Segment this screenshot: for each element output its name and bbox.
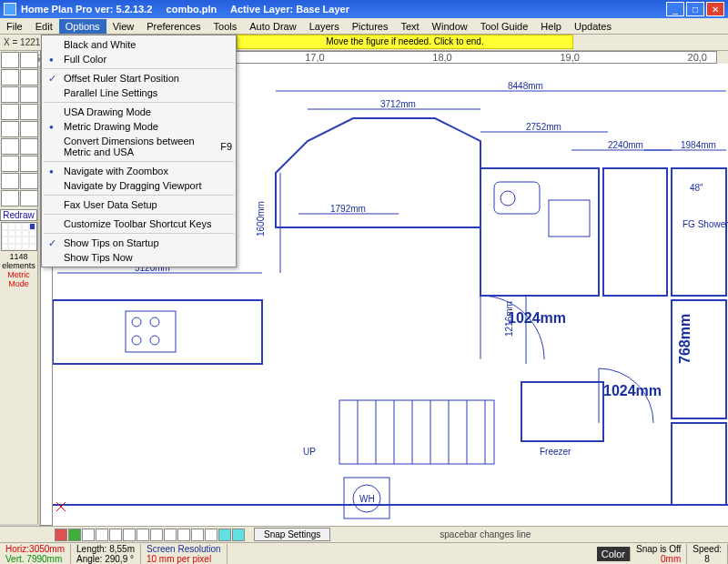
menu-text[interactable]: Text — [394, 19, 425, 34]
svg-text:2240mm: 2240mm — [608, 140, 643, 150]
snap-icon[interactable] — [164, 529, 177, 541]
svg-rect-11 — [603, 168, 667, 296]
select-tool-icon[interactable] — [1, 52, 19, 68]
color-palette[interactable] — [1, 222, 37, 251]
menu-item-full-color[interactable]: Full Color — [42, 52, 236, 66]
snap-icon[interactable] — [232, 529, 245, 541]
status-position: Horiz:3050mm Vert. 7990mm — [0, 544, 71, 564]
misc-tool-icon[interactable] — [20, 173, 38, 189]
svg-text:1792mm: 1792mm — [330, 204, 366, 214]
svg-rect-24 — [53, 300, 262, 364]
menu-item-metric-drawing-mode[interactable]: Metric Drawing Mode — [42, 119, 236, 134]
snap-icon[interactable] — [82, 529, 95, 541]
menu-item-offset-ruler-start-position[interactable]: Offset Ruler Start Position — [42, 71, 236, 86]
menu-item-usa-drawing-mode[interactable]: USA Drawing Mode — [42, 105, 236, 119]
menu-options[interactable]: Options — [59, 19, 106, 34]
svg-rect-40 — [672, 423, 726, 505]
menu-item-fax-user-data-setup[interactable]: Fax User Data Setup — [42, 197, 236, 212]
menu-file[interactable]: File — [0, 19, 29, 34]
options-menu-dropdown: Black and WhiteFull ColorOffset Ruler St… — [41, 35, 237, 267]
left-toolbar: Redraw 1148 elements Metric Mode — [0, 51, 38, 524]
menu-layers[interactable]: Layers — [303, 19, 346, 34]
menu-item-customize-toolbar-shortcut-keys[interactable]: Customize Toolbar Shortcut Keys — [42, 217, 236, 231]
svg-text:WH: WH — [359, 494, 375, 504]
circle-tool-icon[interactable] — [20, 104, 38, 120]
snap-icon[interactable] — [55, 529, 67, 541]
menu-preferences[interactable]: Preferences — [140, 19, 207, 34]
snap-icon[interactable] — [205, 529, 217, 541]
svg-text:3712mm: 3712mm — [380, 99, 416, 109]
menu-bar: FileEditOptionsViewPreferencesToolsAuto … — [0, 18, 728, 35]
menu-tools[interactable]: Tools — [207, 19, 244, 34]
menu-item-navigate-by-dragging-viewport[interactable]: Navigate by Dragging Viewport — [42, 178, 236, 193]
title-text: Home Plan Pro ver: 5.2.13.2 combo.pln Ac… — [21, 4, 666, 15]
snap-settings-button[interactable]: Snap Settings — [254, 528, 330, 541]
svg-rect-37 — [521, 382, 603, 441]
curve-tool-icon[interactable] — [20, 121, 38, 137]
figure-tool-icon[interactable] — [1, 156, 19, 172]
svg-text:1600mm: 1600mm — [256, 201, 266, 237]
menu-view[interactable]: View — [106, 19, 141, 34]
color-button[interactable]: Color — [597, 547, 631, 561]
snap-icon[interactable] — [150, 529, 163, 541]
svg-rect-17 — [549, 200, 590, 237]
camera-tool-icon[interactable] — [1, 190, 19, 206]
svg-text:1024mm: 1024mm — [508, 310, 566, 326]
snap-icon[interactable] — [68, 529, 81, 541]
instruction-bar: Move the figure if needed. Click to end. — [237, 35, 573, 49]
metric-mode-label: Metric Mode — [0, 270, 37, 288]
snap-icon[interactable] — [123, 529, 136, 541]
svg-point-31 — [150, 336, 159, 345]
menu-edit[interactable]: Edit — [29, 19, 59, 34]
menu-item-black-and-white[interactable]: Black and White — [42, 37, 236, 52]
arrow-tool-icon[interactable] — [1, 121, 19, 137]
clone-tool-icon[interactable] — [20, 156, 38, 172]
svg-text:Freezer: Freezer — [540, 447, 571, 457]
hide-tool-icon[interactable] — [1, 173, 19, 189]
menu-tool-guide[interactable]: Tool Guide — [474, 19, 535, 34]
dim-tool-icon[interactable] — [20, 52, 38, 68]
status-speed: Speed:8 — [687, 544, 728, 564]
menu-pictures[interactable]: Pictures — [346, 19, 395, 34]
snap-icon[interactable] — [191, 529, 204, 541]
poly-tool-icon[interactable] — [20, 86, 38, 103]
menu-item-parallel-line-settings[interactable]: Parallel Line Settings — [42, 86, 236, 100]
svg-rect-27 — [126, 311, 176, 352]
text-tool-icon[interactable] — [1, 138, 19, 155]
minimize-button[interactable]: _ — [666, 2, 684, 16]
bottom-toolbar: Snap Settings spacebar changes line — [0, 526, 728, 542]
menu-item-show-tips-now[interactable]: Show Tips Now — [42, 250, 236, 265]
status-resolution: Screen Resolution10 mm per pixel — [141, 544, 228, 564]
menu-window[interactable]: Window — [426, 19, 474, 34]
snap-icon[interactable] — [96, 529, 108, 541]
status-bar: Horiz:3050mm Vert. 7990mm Length: 8,55mA… — [0, 542, 728, 564]
arc-tool-icon[interactable] — [1, 104, 19, 120]
snap-icon[interactable] — [109, 529, 122, 541]
title-bar: Home Plan Pro ver: 5.2.13.2 combo.pln Ac… — [0, 0, 728, 18]
line-tool-icon[interactable] — [1, 69, 19, 86]
snap-icon[interactable] — [136, 529, 149, 541]
maximize-button[interactable]: □ — [686, 2, 704, 16]
snap-icon[interactable] — [177, 529, 190, 541]
svg-text:8448mm: 8448mm — [508, 81, 543, 91]
menu-auto-draw[interactable]: Auto Draw — [243, 19, 302, 34]
fast-tool-icon[interactable] — [20, 138, 38, 155]
menu-help[interactable]: Help — [534, 19, 568, 34]
spacebar-hint: spacebar changes line — [440, 529, 531, 539]
rect-tool-icon[interactable] — [20, 69, 38, 86]
menu-item-navigate-with-zoombox[interactable]: Navigate with Zoombox — [42, 164, 236, 178]
menu-item-show-tips-on-startup[interactable]: Show Tips on Startup — [42, 236, 236, 250]
svg-text:1024mm: 1024mm — [603, 383, 662, 398]
svg-rect-41 — [339, 400, 494, 464]
element-count: 1148 elements — [0, 252, 37, 270]
snap-icon[interactable] — [218, 529, 231, 541]
close-button[interactable]: ✕ — [706, 2, 724, 16]
svg-point-16 — [500, 191, 515, 206]
app-icon — [4, 3, 16, 15]
zoom-tool-icon[interactable] — [20, 190, 38, 206]
menu-updates[interactable]: Updates — [568, 19, 618, 34]
menu-item-convert-dimensions-between-metric-and-usa[interactable]: Convert Dimensions between Metric and US… — [42, 134, 236, 159]
wall-tool-icon[interactable] — [1, 86, 19, 103]
svg-text:48": 48" — [690, 183, 703, 193]
redraw-button[interactable]: Redraw — [0, 209, 37, 221]
